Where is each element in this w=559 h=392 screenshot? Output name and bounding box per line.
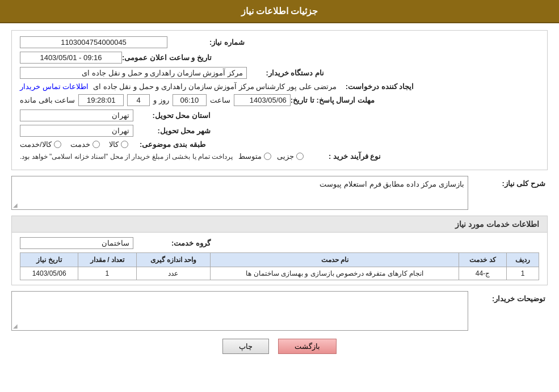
category-label: طبقه بندی موضوعی:	[128, 140, 208, 149]
province-label: استان محل تحویل:	[133, 111, 213, 120]
services-table: ردیف کد خدمت نام حدمت واحد اندازه گیری ت…	[20, 252, 539, 280]
service-group-label: گروه خدمت:	[133, 239, 213, 247]
col-date: تاریخ نیاز	[20, 253, 78, 267]
content-area: شماره نیاز: 1103004754000045 تاریخ و ساع…	[0, 23, 559, 370]
contact-link[interactable]: اطلاعات تماس خریدار	[20, 82, 89, 91]
col-service-name: نام حدمت	[211, 253, 459, 267]
buyer-notes-section: توضیحات خریدار: ◢	[11, 291, 548, 331]
response-days-label: روز و	[153, 96, 169, 104]
radio-kala-khedmat-item: کالا/خدمت	[20, 140, 61, 149]
service-group-row: گروه خدمت: ساختمان	[20, 237, 539, 249]
announce-date-label: تاریخ و ساعت اعلان عمومی:	[122, 53, 214, 62]
page-wrapper: جزئیات اطلاعات نیاز شماره نیاز: 11030047…	[0, 0, 559, 392]
description-value: بازسازی مرکز داده مطابق فرم استعلام پیوس…	[11, 176, 468, 210]
services-table-body: 1ج-44انجام کارهای متفرقه درخصوص بازسازی …	[20, 267, 539, 280]
table-row: 1ج-44انجام کارهای متفرقه درخصوص بازسازی …	[20, 267, 539, 280]
requester-label: ایجاد کننده درخواست:	[337, 82, 416, 91]
services-table-header-row: ردیف کد خدمت نام حدمت واحد اندازه گیری ت…	[20, 253, 539, 267]
page-title: جزئیات اطلاعات نیاز	[241, 6, 318, 16]
radio-khedmat-label: خدمت	[70, 140, 90, 149]
response-remaining-label: ساعت باقی مانده	[20, 96, 75, 104]
response-deadline-label: مهلت ارسال پاسخ: تا تاریخ:	[291, 96, 377, 104]
radio-kala-khedmat-label: کالا/خدمت	[20, 140, 52, 149]
city-value: تهران	[20, 125, 133, 137]
col-unit: واحد اندازه گیری	[136, 253, 211, 267]
description-section: شرح کلی نیاز: بازسازی مرکز داده مطابق فر…	[11, 176, 548, 210]
province-row: استان محل تحویل: تهران	[20, 109, 539, 121]
requester-row: ایجاد کننده درخواست: مرتضی علی پور کارشن…	[20, 82, 539, 91]
col-quantity: تعداد / مقدار	[78, 253, 136, 267]
response-deadline-group: 1403/05/06 ساعت 06:10 روز و 4 19:28:01 س…	[20, 94, 291, 106]
radio-kala[interactable]	[121, 141, 128, 148]
purchase-type-group: جزیی متوسط پرداخت تمام یا بخشی از مبلغ خ…	[20, 152, 304, 161]
radio-khedmat-item: خدمت	[70, 140, 100, 149]
need-number-row: شماره نیاز: 1103004754000045	[20, 36, 539, 48]
services-section-title: اطلاعات خدمات مورد نیاز	[11, 216, 548, 232]
print-button[interactable]: چاپ	[222, 339, 269, 354]
province-value: تهران	[20, 109, 133, 121]
radio-kala-label: کالا	[109, 140, 119, 149]
requester-value: مرتضی علی پور کارشناس مرکز آموزش سازمان …	[93, 82, 337, 91]
service-group-value: ساختمان	[20, 237, 133, 249]
buyer-org-value: مرکز آموزش سازمان راهداری و حمل و نقل جا…	[20, 67, 247, 79]
purchase-type-label: نوع فرآیند خرید :	[304, 152, 383, 161]
description-label: شرح کلی نیاز:	[468, 176, 548, 188]
response-time-label: ساعت	[210, 96, 230, 104]
city-label: شهر محل تحویل:	[133, 127, 213, 135]
radio-mottavaset-label: متوسط	[238, 152, 262, 161]
city-row: شهر محل تحویل: تهران	[20, 125, 539, 137]
response-date: 1403/05/06	[234, 94, 291, 106]
buyer-org-row: نام دستگاه خریدار: مرکز آموزش سازمان راه…	[20, 67, 539, 79]
buyer-notes-value: ◢	[11, 291, 468, 331]
main-info-section: شماره نیاز: 1103004754000045 تاریخ و ساع…	[11, 30, 548, 170]
response-deadline-row: مهلت ارسال پاسخ: تا تاریخ: 1403/05/06 سا…	[20, 94, 539, 106]
radio-kala-khedmat[interactable]	[54, 141, 61, 148]
services-section-content: گروه خدمت: ساختمان ردیف کد خدمت نام حدمت…	[11, 232, 548, 285]
radio-mottavaset[interactable]	[264, 153, 271, 160]
response-time: 06:10	[173, 94, 207, 106]
radio-kala-item: کالا	[109, 140, 128, 149]
radio-jozvi-label: جزیی	[277, 152, 294, 161]
radio-khedmat[interactable]	[93, 141, 100, 148]
resize-handle-icon-2: ◢	[13, 323, 18, 329]
announce-date-value: 1403/05/01 - 09:16	[20, 52, 122, 64]
radio-mottavaset-item: متوسط	[238, 152, 271, 161]
description-textarea-container: بازسازی مرکز داده مطابق فرم استعلام پیوس…	[11, 176, 468, 210]
category-radio-group: کالا خدمت کالا/خدمت	[20, 140, 128, 149]
purchase-type-row: نوع فرآیند خرید : جزیی متوسط پرداخت تمام…	[20, 152, 539, 161]
response-remaining-time: 19:28:01	[78, 94, 124, 106]
resize-handle-icon: ◢	[13, 202, 18, 208]
radio-jozvi[interactable]	[296, 153, 304, 160]
back-button[interactable]: بازگشت	[278, 339, 337, 354]
announce-date-row: تاریخ و ساعت اعلان عمومی: 1403/05/01 - 0…	[20, 52, 539, 64]
page-header: جزئیات اطلاعات نیاز	[0, 0, 559, 23]
response-days: 4	[127, 94, 150, 106]
buyer-notes-container: ◢	[11, 291, 468, 331]
col-service-code: کد خدمت	[459, 253, 506, 267]
buttons-row: بازگشت چاپ	[11, 339, 548, 363]
purchase-desc: پرداخت تمام یا بخشی از مبلغ خریدار از مح…	[20, 153, 233, 161]
services-table-header: ردیف کد خدمت نام حدمت واحد اندازه گیری ت…	[20, 253, 539, 267]
radio-jozvi-item: جزیی	[277, 152, 304, 161]
buyer-org-label: نام دستگاه خریدار:	[247, 69, 326, 77]
need-number-value: 1103004754000045	[20, 36, 167, 48]
col-row-num: ردیف	[506, 253, 539, 267]
buyer-notes-label: توضیحات خریدار:	[468, 291, 548, 303]
category-row: طبقه بندی موضوعی: کالا خدمت کالا/خدمت	[20, 140, 539, 149]
need-number-label: شماره نیاز:	[167, 38, 247, 47]
